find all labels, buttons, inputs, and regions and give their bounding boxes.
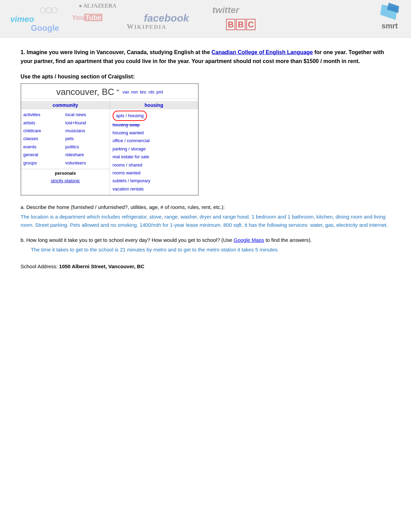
community-link[interactable]: politics (65, 143, 108, 151)
nav-pml[interactable]: pml (156, 90, 163, 95)
youtube-logo: YouTube (72, 13, 102, 22)
cbc-logo (39, 3, 58, 20)
community-link[interactable]: rideshare (65, 151, 108, 159)
personals-link[interactable]: strictly platonic (51, 178, 80, 183)
svg-point-1 (46, 8, 51, 13)
college-link[interactable]: Canadian College of English Language (211, 49, 313, 55)
community-link[interactable]: classes (23, 135, 65, 143)
community-link[interactable]: pets (65, 135, 108, 143)
subquestion-a-answer: The location is a department which inclu… (21, 213, 390, 229)
community-link[interactable]: musicians (65, 127, 108, 135)
svg-point-0 (40, 8, 46, 13)
smrt-logo: smrt (378, 3, 401, 30)
nav-bnc[interactable]: bnc (140, 90, 146, 95)
nav-rds[interactable]: rds (149, 90, 154, 95)
nav-van[interactable]: van (123, 90, 129, 95)
vimeo-logo: vimeo (10, 14, 34, 24)
housing-link-rooms-wanted[interactable]: rooms wanted (113, 169, 196, 177)
google-maps-link[interactable]: Google Maps (234, 237, 264, 243)
housing-column: housing apts / housing housing swap hous… (110, 99, 198, 195)
housing-link-realestate[interactable]: real estate for sale (113, 153, 196, 161)
twitter-logo: twitter (212, 5, 239, 15)
community-header: community (21, 101, 110, 109)
craigslist-body: community activities local news artists … (21, 99, 198, 195)
subquestion-b: b. How long would it take you to get to … (21, 236, 390, 254)
header-logos-area: ● ALJAZEERA twitter vimeo YouTube facebo… (0, 0, 411, 38)
main-content: 1. Imagine you were living in Vancouver,… (0, 38, 411, 283)
wikipedia-logo: WIKIPEDIA (127, 23, 166, 30)
aljazeera-logo: ● ALJAZEERA (79, 3, 116, 9)
community-grid: activities local news artists lost+found… (21, 111, 110, 167)
community-link[interactable]: general (23, 151, 65, 159)
community-link[interactable]: volunteers (65, 159, 108, 167)
craigslist-nav[interactable]: van nvn bnc rds pml (123, 90, 163, 95)
bbc-logo: BBC (226, 20, 256, 29)
craigslist-box: vancouver, BC w van nvn bnc rds pml comm… (21, 83, 199, 196)
housing-link-sublets[interactable]: sublets / temporary (113, 177, 196, 185)
community-column: community activities local news artists … (21, 99, 110, 195)
housing-list: apts / housing housing swap housing want… (110, 111, 198, 193)
craigslist-city: vancouver, BC w (56, 87, 119, 97)
facebook-logo: facebook (144, 12, 189, 24)
community-link[interactable]: local news (65, 111, 108, 119)
personals-label: personals (21, 169, 110, 176)
housing-link-vacation[interactable]: vacation rentals (113, 185, 196, 193)
housing-link-parking[interactable]: parking / storage (113, 145, 196, 153)
housing-link-apts[interactable]: apts / housing (113, 111, 196, 121)
community-link[interactable]: activities (23, 111, 65, 119)
personals-section: personals strictly platonic (21, 169, 110, 185)
housing-link-swap[interactable]: housing swap (113, 121, 196, 129)
community-link[interactable]: artists (23, 119, 65, 127)
subquestion-b-answer: The time it takes to get to the school i… (31, 246, 390, 254)
housing-header: housing (110, 101, 198, 109)
subquestion-a: a. Describe the home (furnished / unfurn… (21, 203, 390, 229)
housing-link-rooms-shared[interactable]: rooms / shared (113, 161, 196, 169)
housing-link-wanted[interactable]: housing wanted (113, 129, 196, 137)
community-link[interactable]: childcare (23, 127, 65, 135)
subquestion-a-label: a. Describe the home (furnished / unfurn… (21, 203, 390, 211)
question-1-block: 1. Imagine you were living in Vancouver,… (21, 48, 390, 65)
svg-point-2 (52, 8, 57, 13)
question-1-text: 1. Imagine you were living in Vancouver,… (21, 48, 390, 65)
craigslist-section: Use the apts / housing section of Craigs… (21, 74, 390, 196)
craigslist-header: vancouver, BC w van nvn bnc rds pml (21, 84, 198, 99)
nav-nvn[interactable]: nvn (131, 90, 138, 95)
craigslist-label: Use the apts / housing section of Craigs… (21, 74, 390, 80)
housing-link-office[interactable]: office / commercial (113, 137, 196, 145)
google-logo: Google (31, 23, 59, 33)
community-link[interactable]: events (23, 143, 65, 151)
community-link[interactable]: groups (23, 159, 65, 167)
community-link[interactable]: lost+found (65, 119, 108, 127)
school-address: School Address: 1050 Alberni Street, Van… (21, 263, 390, 269)
subquestion-b-label: b. How long would it take you to get to … (21, 236, 390, 244)
